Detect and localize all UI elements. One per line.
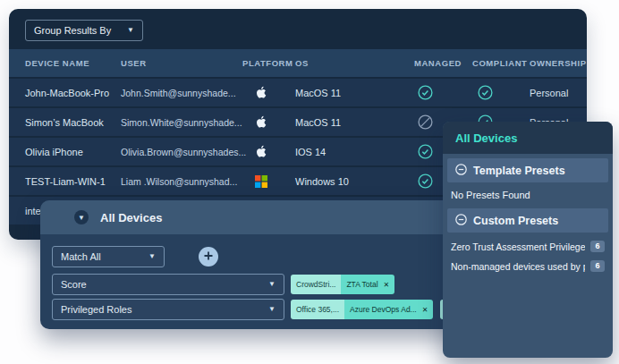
filter-chip[interactable]: Office 365,... Azure DevOps Ad... ✕ [291, 300, 433, 319]
chip-segment: Office 365,... [291, 300, 344, 319]
column-header-user: USER [121, 58, 242, 68]
os-cell: MacOS 11 [295, 88, 414, 98]
match-all-dropdown[interactable]: Match All ▼ [52, 246, 165, 267]
os-cell: Windows 10 [295, 176, 414, 187]
template-presets-label: Template Presets [473, 165, 565, 177]
column-header-managed: MANAGED [414, 58, 472, 68]
chip-segment: Azure DevOps Ad... ✕ [344, 300, 433, 319]
preset-count-badge: 6 [590, 260, 605, 272]
x-icon[interactable]: ✕ [422, 306, 428, 314]
score-filter-chips: CrowdStri... ZTA Total ✕ [291, 275, 394, 294]
column-header-device-name: DEVICE NAME [25, 58, 121, 68]
ownership-cell: Personal [530, 88, 587, 98]
user-cell: Olivia.Brown@sunnyshades... [121, 147, 242, 157]
custom-presets-label: Custom Presets [473, 215, 558, 227]
os-cell: MacOS 11 [295, 117, 414, 128]
user-cell: Simon.White@sunnyshade... [121, 117, 242, 128]
privileged-roles-filter-label: Privileged Roles [61, 304, 131, 315]
column-header-compliant: COMPLIANT [472, 58, 530, 68]
apple-icon [255, 115, 295, 129]
template-presets-section-header[interactable]: Template Presets [447, 158, 608, 182]
device-name-cell: Olivia iPhone [25, 147, 121, 157]
apple-icon [255, 145, 295, 158]
custom-presets-section-header[interactable]: Custom Presets [447, 208, 608, 233]
table-row[interactable]: John-MacBook-Pro John.Smith@sunnyshade..… [9, 77, 587, 106]
add-filter-button[interactable] [199, 247, 218, 267]
match-all-label: Match All [61, 251, 101, 262]
chevron-down-icon: ▼ [148, 253, 156, 260]
check-circle-icon [478, 85, 530, 100]
plus-circle-icon [203, 250, 214, 264]
group-results-by-dropdown[interactable]: Group Results By ▼ [25, 20, 143, 41]
preset-count-badge: 6 [590, 241, 605, 252]
device-name-cell: Simon’s MacBook [25, 117, 121, 128]
preset-item-label: Zero Trust Assessment Privilege... [451, 241, 585, 252]
minus-circle-icon [455, 164, 467, 178]
chip-segment: CrowdStri... [291, 275, 341, 294]
x-icon[interactable]: ✕ [384, 281, 390, 289]
filter-chip[interactable]: CrowdStri... ZTA Total ✕ [291, 275, 394, 294]
device-dashboard: Group Results By ▼ DEVICE NAME USER PLAT… [0, 0, 619, 364]
chevron-down-icon: ▼ [268, 306, 276, 313]
device-name-cell: John-MacBook-Pro [25, 88, 121, 98]
windows-icon [255, 175, 295, 188]
device-name-cell: TEST-Liam-WIN-1 [25, 176, 121, 187]
preset-list-item[interactable]: Zero Trust Assessment Privilege... 6 [443, 233, 613, 252]
check-circle-icon [418, 85, 472, 100]
preset-list-item[interactable]: Non-managed devices used by p... 6 [443, 252, 613, 272]
filter-panel-title: All Devices [100, 211, 162, 224]
column-header-os: OS [295, 58, 414, 68]
group-results-by-label: Group Results By [34, 25, 111, 36]
no-presets-text: No Presets Found [443, 182, 613, 204]
preset-item-label: Non-managed devices used by p... [451, 261, 585, 272]
user-cell: John.Smith@sunnyshade... [121, 88, 242, 98]
column-header-platform: PLATFORM [242, 58, 295, 68]
chevron-down-icon: ▼ [268, 281, 276, 288]
presets-panel: All Devices Template Presets No Presets … [443, 122, 613, 358]
chevron-down-icon: ▼ [127, 27, 134, 34]
column-header-ownership: OWNERSHIP [530, 58, 587, 68]
user-cell: Liam .Wilson@sunnyshad... [121, 176, 242, 187]
apple-icon [255, 86, 295, 99]
presets-panel-title: All Devices [443, 122, 613, 154]
score-filter-label: Score [61, 279, 87, 290]
score-filter-dropdown[interactable]: Score ▼ [52, 274, 284, 295]
minus-circle-icon [455, 214, 467, 228]
os-cell: IOS 14 [295, 147, 414, 157]
table-header-row: DEVICE NAME USER PLATFORM OS MANAGED COM… [9, 49, 587, 77]
privileged-roles-filter-dropdown[interactable]: Privileged Roles ▼ [52, 299, 284, 320]
chevron-circle-icon[interactable]: ▼ [74, 210, 89, 224]
chip-segment: ZTA Total ✕ [341, 275, 394, 294]
